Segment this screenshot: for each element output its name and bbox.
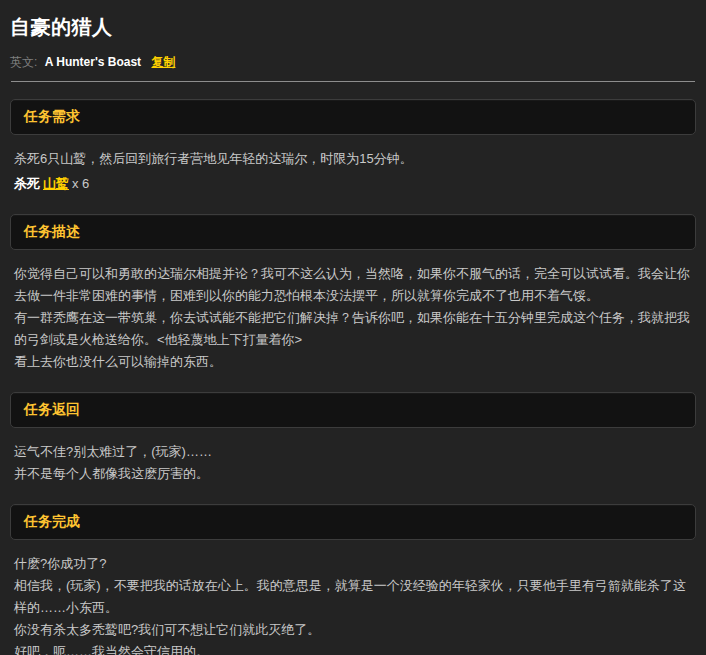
progress-paragraph: 并不是每个人都像我这麽厉害的。 xyxy=(14,463,692,485)
description-paragraph: 有一群秃鹰在这一带筑巢，你去试试能不能把它们解决掉？告诉你吧，如果你能在十五分钟… xyxy=(14,307,692,351)
english-name-row: 英文: A Hunter's Boast 复制 xyxy=(10,54,696,71)
english-name: A Hunter's Boast xyxy=(45,55,141,69)
section-description: 任务描述 你觉得自己可以和勇敢的达瑞尔相提并论？我可不这么认为，当然咯，如果你不… xyxy=(10,214,696,375)
completion-paragraph: 相信我，(玩家)，不要把我的话放在心上。我的意思是，就算是一个没经验的年轻家伙，… xyxy=(14,575,692,619)
english-name-label: 英文: xyxy=(10,55,37,69)
page-title: 自豪的猎人 xyxy=(10,0,696,41)
section-requirements: 任务需求 杀死6只山鹫，然后回到旅行者营地见年轻的达瑞尔，时限为15分钟。 杀死… xyxy=(10,99,696,197)
objective-line: 杀死山鹫x 6 xyxy=(14,173,692,195)
section-progress-header: 任务返回 xyxy=(10,392,696,428)
section-completion-heading: 任务完成 xyxy=(24,513,80,529)
section-description-heading: 任务描述 xyxy=(24,223,80,239)
objective-verb: 杀死 xyxy=(14,176,40,191)
section-completion-body: 什麽?你成功了? 相信我，(玩家)，不要把我的话放在心上。我的意思是，就算是一个… xyxy=(10,540,696,655)
target-link-mountain-buzzard[interactable]: 山鹫 xyxy=(43,176,69,191)
quest-page: 自豪的猎人 英文: A Hunter's Boast 复制 任务需求 杀死6只山… xyxy=(0,0,706,655)
completion-paragraph: 你没有杀太多秃鹫吧?我们可不想让它们就此灭绝了。 xyxy=(14,619,692,641)
section-progress: 任务返回 运气不佳?别太难过了，(玩家)…… 并不是每个人都像我这麽厉害的。 xyxy=(10,392,696,487)
objective-count: x 6 xyxy=(72,176,89,191)
divider xyxy=(11,81,695,82)
section-progress-body: 运气不佳?别太难过了，(玩家)…… 并不是每个人都像我这麽厉害的。 xyxy=(10,428,696,487)
completion-paragraph: 什麽?你成功了? xyxy=(14,553,692,575)
section-requirements-body: 杀死6只山鹫，然后回到旅行者营地见年轻的达瑞尔，时限为15分钟。 杀死山鹫x 6 xyxy=(10,135,696,197)
section-description-header: 任务描述 xyxy=(10,214,696,250)
requirements-summary: 杀死6只山鹫，然后回到旅行者营地见年轻的达瑞尔，时限为15分钟。 xyxy=(14,148,692,170)
section-requirements-header: 任务需求 xyxy=(10,99,696,135)
progress-paragraph: 运气不佳?别太难过了，(玩家)…… xyxy=(14,441,692,463)
description-paragraph: 看上去你也没什么可以输掉的东西。 xyxy=(14,351,692,373)
section-progress-heading: 任务返回 xyxy=(24,401,80,417)
copy-link[interactable]: 复制 xyxy=(151,55,175,69)
section-requirements-heading: 任务需求 xyxy=(24,108,80,124)
completion-paragraph: 好吧，呃……我当然会守信用的。 xyxy=(14,641,692,655)
description-paragraph: 你觉得自己可以和勇敢的达瑞尔相提并论？我可不这么认为，当然咯，如果你不服气的话，… xyxy=(14,263,692,307)
section-description-body: 你觉得自己可以和勇敢的达瑞尔相提并论？我可不这么认为，当然咯，如果你不服气的话，… xyxy=(10,250,696,375)
section-completion-header: 任务完成 xyxy=(10,504,696,540)
section-completion: 任务完成 什麽?你成功了? 相信我，(玩家)，不要把我的话放在心上。我的意思是，… xyxy=(10,504,696,655)
